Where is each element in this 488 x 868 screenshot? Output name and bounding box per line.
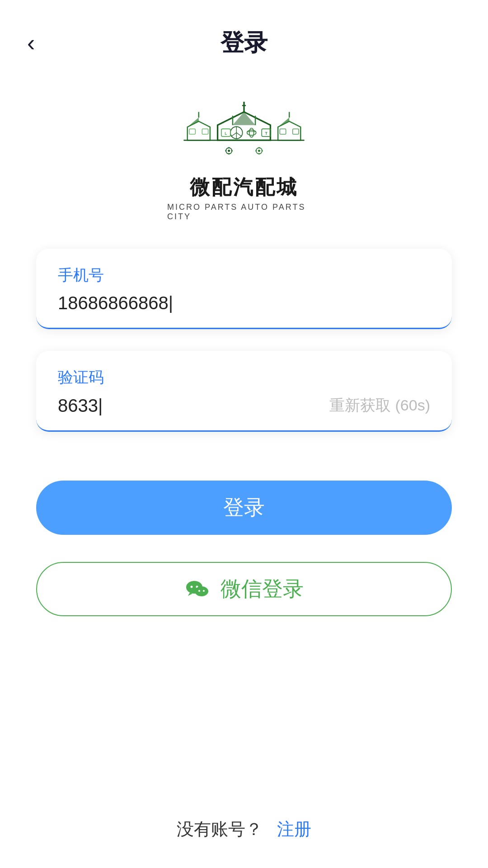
svg-rect-25	[202, 129, 208, 134]
logo-text-english: MICRO PARTS AUTO PARTS CITY	[167, 203, 321, 222]
wechat-login-button[interactable]: 微信登录	[36, 562, 452, 616]
phone-card: 手机号	[36, 249, 452, 329]
logo-image: L T	[172, 95, 316, 170]
svg-rect-24	[189, 129, 195, 134]
svg-point-43	[195, 586, 208, 596]
register-button[interactable]: 注册	[277, 818, 311, 841]
resend-button[interactable]: 重新获取 (60s)	[329, 395, 430, 416]
buttons-section: 登录 微信登录	[0, 453, 488, 616]
wechat-icon	[184, 576, 211, 603]
svg-point-35	[258, 150, 260, 152]
logo-section: L T 微配汽配城	[0, 77, 488, 249]
svg-point-41	[191, 586, 193, 588]
svg-rect-27	[293, 129, 299, 134]
svg-rect-26	[280, 129, 286, 134]
no-account-text: 没有账号？	[177, 818, 263, 841]
footer: 没有账号？ 注册	[0, 818, 488, 841]
svg-text:L: L	[225, 131, 227, 136]
svg-line-15	[236, 133, 242, 137]
phone-input[interactable]	[58, 293, 430, 313]
phone-label: 手机号	[58, 265, 430, 286]
logo-text-chinese: 微配汽配城	[190, 174, 298, 201]
login-button[interactable]: 登录	[36, 481, 452, 535]
code-input[interactable]	[58, 396, 329, 416]
code-card: 验证码 重新获取 (60s)	[36, 351, 452, 432]
svg-point-29	[228, 150, 230, 152]
svg-text:T: T	[265, 131, 267, 136]
logo-container: L T 微配汽配城	[167, 95, 321, 222]
code-label: 验证码	[58, 367, 430, 388]
page-title: 登录	[221, 27, 267, 59]
back-button[interactable]: ‹	[27, 31, 35, 55]
header: ‹ 登录	[0, 0, 488, 77]
wechat-login-label: 微信登录	[221, 575, 304, 603]
form-section: 手机号 验证码 重新获取 (60s)	[0, 249, 488, 432]
svg-point-16	[247, 130, 256, 136]
svg-point-45	[203, 590, 205, 592]
svg-point-44	[198, 590, 200, 592]
svg-line-14	[231, 133, 237, 137]
svg-point-17	[249, 128, 254, 137]
svg-marker-4	[233, 112, 255, 125]
